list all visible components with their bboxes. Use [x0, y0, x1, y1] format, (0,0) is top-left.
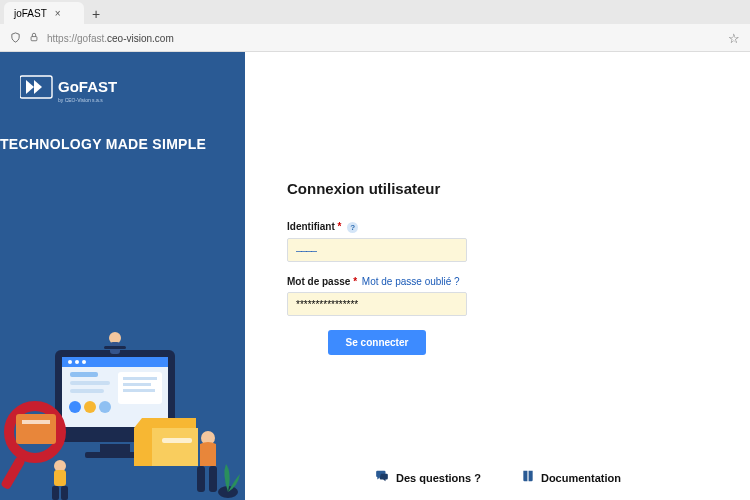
page-content: GoFAST by CEO-Vision s.a.s TECHNOLOGY MA… [0, 52, 750, 500]
svg-point-11 [68, 360, 72, 364]
password-label-line: Mot de passe * Mot de passe oublié ? [287, 276, 507, 287]
svg-rect-21 [123, 377, 157, 380]
svg-rect-20 [118, 372, 162, 404]
help-icon[interactable]: ? [347, 222, 358, 233]
login-form: Connexion utilisateur Identifiant * ? Mo… [287, 180, 507, 355]
svg-text:GoFAST: GoFAST [58, 78, 117, 95]
svg-point-13 [82, 360, 86, 364]
svg-rect-16 [70, 389, 104, 393]
address-bar[interactable]: https://gofast.ceo-vision.com [47, 33, 720, 44]
documentation-label: Documentation [541, 472, 621, 484]
svg-rect-38 [61, 486, 68, 500]
svg-rect-26 [104, 346, 126, 349]
svg-point-18 [84, 401, 96, 413]
browser-chrome: joFAST × + https://gofast.ceo-vision.com… [0, 0, 750, 52]
svg-rect-27 [162, 438, 192, 443]
questions-label: Des questions ? [396, 472, 481, 484]
required-mark: * [338, 221, 342, 232]
close-icon[interactable]: × [55, 8, 61, 19]
url-prefix: https://gofast. [47, 33, 107, 44]
tagline: TECHNOLOGY MADE SIMPLE [0, 136, 245, 152]
address-bar-row: https://gofast.ceo-vision.com ☆ [0, 24, 750, 52]
svg-text:by CEO-Vision s.a.s: by CEO-Vision s.a.s [58, 97, 103, 103]
left-panel: GoFAST by CEO-Vision s.a.s TECHNOLOGY MA… [0, 52, 245, 500]
chat-icon [374, 469, 390, 486]
documentation-link[interactable]: Documentation [521, 469, 621, 486]
svg-rect-34 [209, 466, 217, 492]
book-icon [521, 469, 535, 486]
svg-rect-0 [31, 37, 37, 41]
login-button[interactable]: Se connecter [328, 330, 427, 355]
password-input[interactable] [287, 292, 467, 316]
footer-links: Des questions ? Documentation [245, 469, 750, 486]
shield-icon[interactable] [10, 32, 21, 45]
username-row: Identifiant * ? [287, 221, 507, 262]
lock-icon[interactable] [29, 32, 39, 44]
svg-rect-8 [100, 444, 130, 452]
svg-rect-15 [70, 381, 110, 385]
logo-block: GoFAST by CEO-Vision s.a.s [0, 52, 245, 108]
questions-link[interactable]: Des questions ? [374, 469, 481, 486]
svg-rect-22 [123, 383, 151, 386]
svg-rect-30 [16, 414, 56, 444]
url-domain: ceo-vision.com [107, 33, 174, 44]
tab-strip: joFAST × + [0, 0, 750, 24]
required-mark: * [353, 276, 357, 287]
svg-point-17 [69, 401, 81, 413]
new-tab-button[interactable]: + [84, 4, 108, 24]
browser-tab[interactable]: joFAST × [4, 2, 84, 24]
forgot-password-link[interactable]: Mot de passe oublié ? [362, 276, 460, 287]
svg-rect-36 [54, 470, 66, 486]
login-title: Connexion utilisateur [287, 180, 507, 197]
bookmark-star-icon[interactable]: ☆ [728, 31, 740, 46]
svg-point-12 [75, 360, 79, 364]
username-label: Identifiant [287, 221, 335, 232]
password-row: Mot de passe * Mot de passe oublié ? [287, 276, 507, 316]
svg-rect-31 [22, 420, 50, 424]
svg-rect-37 [52, 486, 59, 500]
username-label-line: Identifiant * ? [287, 221, 507, 233]
gofast-logo: GoFAST by CEO-Vision s.a.s [20, 74, 140, 108]
svg-marker-2 [26, 80, 34, 94]
svg-marker-3 [34, 80, 42, 94]
submit-row: Se connecter [287, 330, 467, 355]
svg-point-19 [99, 401, 111, 413]
right-panel: Connexion utilisateur Identifiant * ? Mo… [245, 52, 750, 500]
svg-rect-14 [70, 372, 98, 377]
username-input[interactable] [287, 238, 467, 262]
svg-rect-23 [123, 389, 155, 392]
hero-illustration [0, 310, 245, 500]
password-label: Mot de passe [287, 276, 350, 287]
tab-title: joFAST [14, 8, 47, 19]
svg-rect-33 [197, 466, 205, 492]
svg-rect-29 [0, 456, 26, 490]
